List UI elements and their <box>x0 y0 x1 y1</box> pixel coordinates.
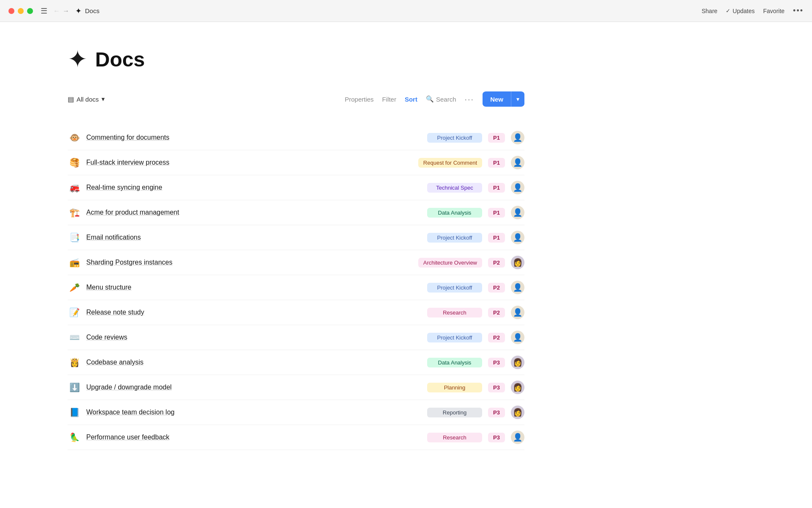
chevron-down-icon: ▾ <box>102 95 105 103</box>
docs-list: 🐵 Commenting for documents Project Kicko… <box>68 125 524 450</box>
doc-meta: Project Kickoff P2 👤 <box>427 331 524 344</box>
doc-emoji: 📝 <box>68 307 81 318</box>
doc-name: Acme for product management <box>86 209 427 216</box>
table-row[interactable]: 🥞 Full-stack interview process Request f… <box>68 150 524 175</box>
new-doc-button[interactable]: New ▾ <box>483 91 524 107</box>
table-row[interactable]: 🥕 Menu structure Project Kickoff P2 👤 <box>68 275 524 300</box>
search-icon: 🔍 <box>426 95 434 103</box>
doc-tag: Project Kickoff <box>427 133 482 143</box>
table-row[interactable]: 📝 Release note study Research P2 👤 <box>68 300 524 325</box>
doc-name: Commenting for documents <box>86 134 427 141</box>
more-options-icon[interactable]: ••• <box>793 6 804 15</box>
doc-priority: P2 <box>488 283 505 293</box>
doc-name: Email notifications <box>86 234 427 241</box>
docs-toolbar: ▤ All docs ▾ Properties Filter Sort 🔍 Se… <box>68 91 524 113</box>
toolbar-more-button[interactable]: ··· <box>464 94 474 104</box>
avatar: 👤 <box>511 306 524 319</box>
doc-priority: P1 <box>488 233 505 243</box>
page-icon: ✦ <box>68 47 88 71</box>
table-row[interactable]: ⌨️ Code reviews Project Kickoff P2 👤 <box>68 325 524 350</box>
page-header: ✦ Docs <box>68 47 524 71</box>
doc-name: Real-time syncing engine <box>86 184 427 191</box>
doc-meta: Technical Spec P1 👤 <box>427 181 524 194</box>
close-button[interactable] <box>8 8 14 14</box>
table-row[interactable]: 🏗️ Acme for product management Data Anal… <box>68 200 524 225</box>
avatar: 👤 <box>511 231 524 244</box>
table-row[interactable]: 👸 Codebase analysis Data Analysis P3 👩 <box>68 350 524 375</box>
all-docs-button[interactable]: ▤ All docs ▾ <box>68 95 105 103</box>
doc-emoji: 🥞 <box>68 157 81 168</box>
table-row[interactable]: 🐵 Commenting for documents Project Kicko… <box>68 125 524 150</box>
table-row[interactable]: 🚒 Real-time syncing engine Technical Spe… <box>68 175 524 200</box>
table-row[interactable]: 🦜 Performance user feedback Research P3 … <box>68 425 524 450</box>
doc-tag: Request for Comment <box>418 158 482 168</box>
doc-name: Workspace team decision log <box>86 409 427 416</box>
doc-meta: Data Analysis P1 👤 <box>427 206 524 219</box>
doc-priority: P1 <box>488 158 505 168</box>
list-icon: ▤ <box>68 95 74 103</box>
forward-arrow-icon[interactable]: → <box>63 7 69 15</box>
new-doc-main-button[interactable]: New <box>483 92 511 106</box>
filter-button[interactable]: Filter <box>382 96 396 103</box>
sort-button[interactable]: Sort <box>405 96 417 103</box>
table-row[interactable]: 📻 Sharding Postgres instances Architectu… <box>68 250 524 275</box>
doc-meta: Project Kickoff P1 👤 <box>427 231 524 244</box>
doc-meta: Project Kickoff P2 👤 <box>427 281 524 294</box>
doc-name: Release note study <box>86 309 427 316</box>
doc-tag: Data Analysis <box>427 358 482 367</box>
doc-meta: Data Analysis P3 👩 <box>427 356 524 369</box>
toolbar-right: Properties Filter Sort 🔍 Search ··· New … <box>345 91 524 107</box>
doc-meta: Project Kickoff P1 👤 <box>427 131 524 144</box>
table-row[interactable]: 📑 Email notifications Project Kickoff P1… <box>68 225 524 250</box>
main-content: ✦ Docs ▤ All docs ▾ Properties Filter So… <box>0 22 592 475</box>
doc-emoji: 👸 <box>68 357 81 367</box>
doc-priority: P1 <box>488 183 505 193</box>
doc-priority: P3 <box>488 383 505 392</box>
doc-priority: P2 <box>488 333 505 342</box>
app-title: Docs <box>85 7 99 14</box>
avatar: 👤 <box>511 181 524 194</box>
all-docs-label: All docs <box>77 96 99 103</box>
avatar: 👤 <box>511 331 524 344</box>
doc-name: Menu structure <box>86 284 427 291</box>
minimize-button[interactable] <box>18 8 24 14</box>
doc-emoji: 🥕 <box>68 282 81 293</box>
doc-emoji: 🚒 <box>68 182 81 193</box>
properties-button[interactable]: Properties <box>345 96 373 103</box>
doc-tag: Architecture Overview <box>418 258 482 268</box>
check-icon: ✓ <box>726 8 730 14</box>
doc-emoji: 📑 <box>68 232 81 243</box>
favorite-button[interactable]: Favorite <box>763 8 785 14</box>
back-arrow-icon[interactable]: ← <box>53 7 60 15</box>
doc-tag: Research <box>427 433 482 442</box>
new-doc-dropdown-button[interactable]: ▾ <box>511 92 524 106</box>
doc-meta: Request for Comment P1 👤 <box>418 156 524 169</box>
doc-tag: Project Kickoff <box>427 333 482 342</box>
avatar: 👤 <box>511 156 524 169</box>
avatar: 👤 <box>511 281 524 294</box>
table-row[interactable]: 📘 Workspace team decision log Reporting … <box>68 400 524 425</box>
doc-emoji: 📻 <box>68 257 81 268</box>
updates-button[interactable]: ✓ Updates <box>726 8 754 14</box>
doc-name: Full-stack interview process <box>86 159 418 166</box>
traffic-lights <box>8 8 33 14</box>
doc-meta: Research P2 👤 <box>427 306 524 319</box>
sidebar-toggle-icon[interactable]: ☰ <box>41 6 47 16</box>
doc-tag: Data Analysis <box>427 208 482 218</box>
doc-name: Code reviews <box>86 334 427 341</box>
doc-priority: P2 <box>488 258 505 268</box>
page-title: Docs <box>95 48 145 71</box>
search-button[interactable]: 🔍 Search <box>426 95 456 103</box>
doc-tag: Planning <box>427 383 482 392</box>
doc-tag: Reporting <box>427 408 482 417</box>
doc-priority: P1 <box>488 133 505 143</box>
doc-priority: P1 <box>488 208 505 218</box>
doc-emoji: ⌨️ <box>68 332 81 342</box>
doc-meta: Research P3 👤 <box>427 431 524 444</box>
share-button[interactable]: Share <box>702 8 717 14</box>
table-row[interactable]: ⬇️ Upgrade / downgrade model Planning P3… <box>68 375 524 400</box>
doc-priority: P3 <box>488 408 505 417</box>
avatar: 👤 <box>511 131 524 144</box>
doc-meta: Architecture Overview P2 👩 <box>418 256 524 269</box>
maximize-button[interactable] <box>27 8 33 14</box>
